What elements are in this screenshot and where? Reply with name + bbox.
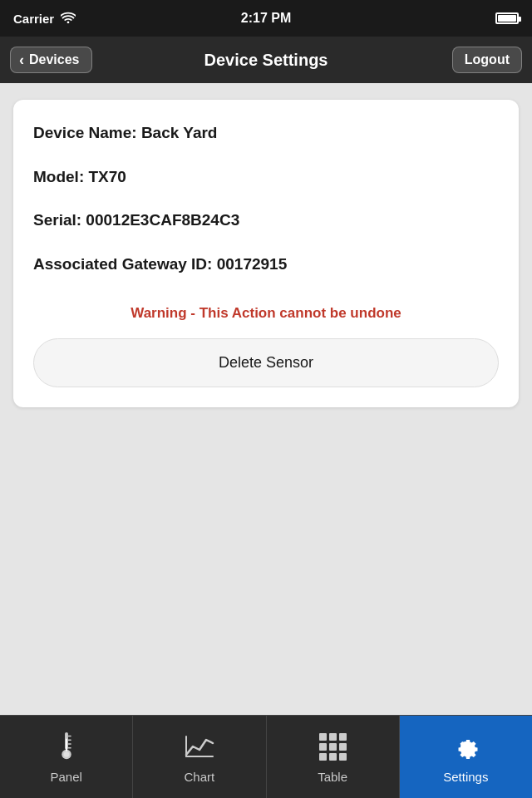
carrier-label: Carrier [13, 12, 54, 26]
main-content: Device Name: Back Yard Model: TX70 Seria… [0, 83, 532, 715]
tab-bar: Panel Chart Tabl [0, 715, 532, 798]
tab-chart[interactable]: Chart [133, 716, 266, 798]
status-bar-time: 2:17 PM [241, 11, 291, 26]
device-name-line: Device Name: Back Yard [33, 123, 499, 144]
tab-panel[interactable]: Panel [0, 716, 133, 798]
tab-table[interactable]: Table [267, 716, 400, 798]
tab-panel-label: Panel [50, 770, 81, 784]
svg-point-3 [63, 751, 69, 757]
wifi-icon [61, 12, 76, 26]
svg-rect-16 [319, 753, 327, 761]
tab-table-label: Table [318, 770, 347, 784]
tab-settings-label: Settings [443, 770, 488, 784]
svg-rect-17 [329, 753, 337, 761]
device-model-line: Model: TX70 [33, 167, 499, 188]
svg-rect-13 [319, 743, 327, 751]
svg-rect-6 [68, 743, 71, 744]
svg-rect-10 [319, 733, 327, 741]
warning-text: Warning - This Action cannot be undone [33, 305, 499, 322]
chart-icon [183, 730, 216, 763]
device-serial-line: Serial: 00012E3CAF8B24C3 [33, 210, 499, 231]
settings-icon [449, 730, 482, 763]
status-bar-right [495, 12, 519, 24]
nav-bar: ‹ Devices Device Settings Logout [0, 37, 532, 83]
svg-rect-2 [66, 739, 67, 751]
logout-button[interactable]: Logout [452, 47, 522, 73]
svg-rect-4 [68, 736, 71, 736]
svg-rect-18 [339, 753, 347, 761]
back-button-label: Devices [29, 52, 80, 67]
tab-chart-label: Chart [185, 770, 215, 784]
svg-rect-11 [329, 733, 337, 741]
back-button[interactable]: ‹ Devices [10, 47, 92, 73]
panel-icon [50, 730, 83, 763]
svg-rect-5 [68, 739, 71, 740]
status-bar-left: Carrier [13, 12, 76, 26]
svg-rect-12 [339, 733, 347, 741]
status-bar: Carrier 2:17 PM [0, 0, 532, 37]
back-chevron-icon: ‹ [19, 52, 24, 67]
device-settings-card: Device Name: Back Yard Model: TX70 Seria… [13, 100, 519, 407]
tab-settings[interactable]: Settings [400, 716, 532, 798]
page-title: Device Settings [204, 51, 328, 70]
delete-sensor-button[interactable]: Delete Sensor [33, 338, 499, 387]
svg-rect-7 [68, 747, 71, 748]
device-gateway-line: Associated Gateway ID: 00172915 [33, 254, 499, 275]
svg-rect-14 [329, 743, 337, 751]
svg-rect-15 [339, 743, 347, 751]
table-icon [316, 730, 349, 763]
battery-icon [495, 12, 519, 24]
